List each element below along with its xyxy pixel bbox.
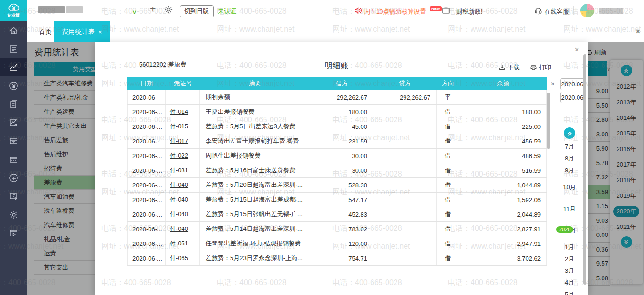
brand-logo[interactable]: 专业版 <box>0 0 27 21</box>
print-button[interactable]: 打印 <box>530 63 551 72</box>
voucher-link[interactable]: 付-040 <box>170 225 188 233</box>
cell-value: 2,947.91 <box>517 240 541 247</box>
switch-old-version-button[interactable]: 切到日版 <box>180 5 214 17</box>
tab-expense-report[interactable]: 费用统计表 × <box>54 21 110 42</box>
cert-status[interactable]: 未认证 <box>218 7 236 16</box>
cell-value: 3,702.62 <box>517 255 541 262</box>
table-cell: 平 <box>437 90 459 104</box>
cell-value: 差旅费：5月23日罗永念深圳-上海... <box>206 254 303 262</box>
table-cell: 528.30 <box>310 178 373 192</box>
cell-value: 452.83 <box>348 211 367 218</box>
voucher-link[interactable]: 付-014 <box>170 108 188 116</box>
table-cell: 2020-06-... <box>127 105 166 119</box>
cell-value: 547.17 <box>348 196 367 203</box>
add-icon[interactable]: + <box>150 4 156 14</box>
voucher-link[interactable]: 付-015 <box>170 122 188 131</box>
news-link[interactable]: 财税新政! <box>456 8 483 16</box>
announcement-text[interactable]: 周五10点辅助核算设置 <box>364 8 426 16</box>
month-item[interactable]: 4月 <box>563 277 576 288</box>
cell-value: 30.00 <box>352 152 367 160</box>
voucher-link[interactable]: 付-040 <box>170 210 188 219</box>
date-to-input[interactable] <box>560 92 585 103</box>
cell-value: 2020-06-... <box>132 255 162 262</box>
collapse-panel-icon[interactable]: » <box>551 79 555 88</box>
cell-value: 486.59 <box>522 152 541 160</box>
cell-value: 借 <box>445 181 451 189</box>
sidebar-item-home[interactable] <box>0 21 27 40</box>
cell-value: 借 <box>445 108 451 116</box>
voucher-link[interactable]: 付-051 <box>170 239 188 248</box>
table-row: 2020-06-...付-017李宏涛出差富士康报销打车费.餐费231.59借4… <box>127 134 547 149</box>
date-from-input[interactable] <box>560 78 585 90</box>
table-row: 2020-06-...付-040差旅费：5月20日赵海富出差深圳-...528.… <box>127 178 547 193</box>
cell-value: 任琴琴出差祈福.环力.弘观报销餐费 <box>206 239 301 248</box>
month-item[interactable]: 5月 <box>563 288 576 295</box>
cell-value: 差旅费：5月15日张帆出差无锡-广... <box>206 210 303 219</box>
sidebar-item-fund[interactable] <box>0 76 27 95</box>
settings-gear-icon[interactable] <box>164 5 173 16</box>
sidebar-item-voucher[interactable] <box>0 40 27 58</box>
voucher-link[interactable]: 付-022 <box>170 152 188 160</box>
sidebar-item-fixed-assets[interactable] <box>0 150 27 169</box>
month-item[interactable]: 9月 <box>563 164 576 176</box>
table-cell: 2,044.89 <box>459 207 547 221</box>
voucher-link[interactable]: 付-017 <box>170 137 188 145</box>
sidebar-item-carryover[interactable] <box>0 187 27 205</box>
cell-value: 45.00 <box>352 123 367 130</box>
table-cell: 2020-06-... <box>127 207 166 221</box>
sidebar-item-salary[interactable] <box>0 132 27 150</box>
cell-value: 2020-06-... <box>132 226 162 233</box>
sidebar-item-invoice[interactable] <box>0 95 27 113</box>
table-cell: 周艳生出差报销餐费 <box>200 149 310 163</box>
table-cell: 王捷出差报销餐费 <box>200 105 310 119</box>
topbar-divider <box>573 6 574 15</box>
table-cell: 2020-06-... <box>127 149 166 163</box>
month-item[interactable]: 1月 <box>563 241 576 253</box>
download-button[interactable]: 下载 <box>499 63 520 72</box>
month-item[interactable]: 2月 <box>563 253 576 265</box>
voucher-link[interactable]: 付-040 <box>170 181 188 189</box>
tabbar-close-icon[interactable]: × <box>636 27 640 36</box>
sidebar-item-tax[interactable] <box>0 169 27 187</box>
table-cell: 456.59 <box>459 134 547 148</box>
table-cell <box>373 193 437 207</box>
cell-value: 2020-06-... <box>132 138 162 145</box>
table-cell <box>373 251 437 265</box>
month-scroll-up-icon[interactable] <box>564 127 575 139</box>
cell-value: 292,262.67 <box>400 94 430 101</box>
table-cell: 3,702.62 <box>459 251 547 265</box>
cell-value: 借 <box>445 152 451 160</box>
cell-value: 231.59 <box>348 138 367 145</box>
sidebar-item-report-chart[interactable] <box>0 58 27 76</box>
online-support-link[interactable]: 在线客服 <box>545 8 569 16</box>
table-cell: 783.02 <box>310 222 373 236</box>
table-scrollbar[interactable] <box>547 93 550 149</box>
month-item[interactable]: 8月 <box>563 152 576 164</box>
month-item[interactable]: 11月 <box>563 198 576 219</box>
sidebar-item-tutorial-video[interactable] <box>0 224 27 242</box>
cell-value: 180.00 <box>348 109 367 116</box>
table-cell: 差旅费：5月16日富士康送货餐费 <box>200 163 310 177</box>
top-bar: 专业版 ˅ + 切到日版 未认证 周五10点辅助核算设置 NEW 财税新政! <box>0 0 644 21</box>
month-item[interactable]: 10月 <box>563 176 576 198</box>
month-item[interactable]: 3月 <box>563 265 576 277</box>
table-cell: 借 <box>437 178 459 192</box>
tab-close-icon[interactable]: × <box>99 28 102 35</box>
month-item[interactable]: 7月 <box>563 141 576 152</box>
user-avatar[interactable] <box>580 4 594 17</box>
company-dropdown-chevron-icon[interactable]: ˅ <box>133 8 136 17</box>
sidebar-item-settings[interactable] <box>0 205 27 224</box>
table-cell: 2020-06-... <box>127 236 166 251</box>
voucher-link[interactable]: 付-031 <box>170 166 188 175</box>
cell-value: 292,262.67 <box>337 94 367 101</box>
table-cell: 516.59 <box>459 163 547 177</box>
sidebar-item-statement[interactable] <box>0 113 27 132</box>
tv-icon <box>442 7 450 16</box>
table-cell: 借 <box>437 163 459 177</box>
table-cell: 借 <box>437 149 459 163</box>
voucher-link[interactable]: 付-040 <box>170 195 188 204</box>
voucher-link[interactable]: 付-065 <box>170 254 188 262</box>
table-cell: 付-040 <box>166 193 200 207</box>
modal-close-icon[interactable]: × <box>574 44 579 55</box>
home-icon <box>8 25 19 36</box>
